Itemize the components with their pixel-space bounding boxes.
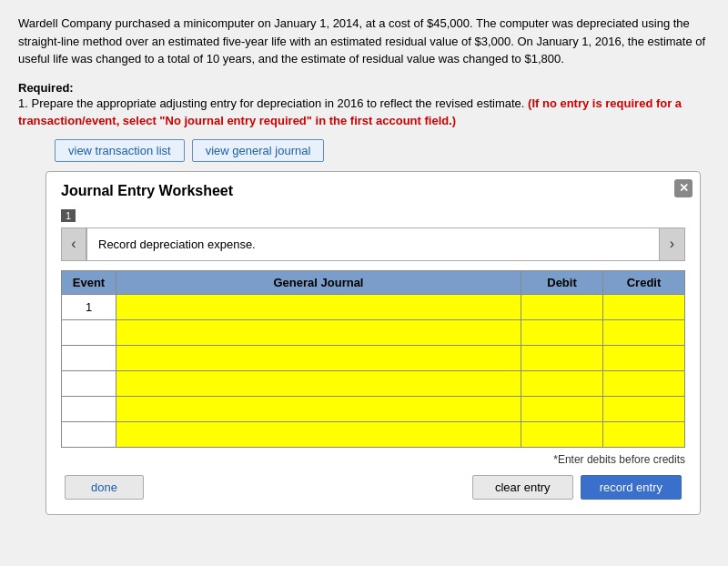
nav-area: ‹ Record depreciation expense. › xyxy=(61,227,685,261)
table-row xyxy=(62,319,685,345)
table-row xyxy=(62,345,685,370)
credit-cell[interactable] xyxy=(603,396,685,421)
prev-arrow[interactable]: ‹ xyxy=(61,227,86,261)
debit-cell[interactable] xyxy=(521,319,603,345)
view-transaction-btn[interactable]: view transaction list xyxy=(55,139,185,162)
table-row: 1 xyxy=(62,294,685,319)
problem-text: Wardell Company purchased a minicomputer… xyxy=(18,15,710,68)
credit-input[interactable] xyxy=(603,324,684,341)
journal-input[interactable] xyxy=(116,298,521,316)
next-arrow[interactable]: › xyxy=(660,227,685,261)
clear-entry-button[interactable]: clear entry xyxy=(472,475,573,500)
done-button[interactable]: done xyxy=(65,475,144,500)
worksheet-title: Journal Entry Worksheet xyxy=(61,183,685,199)
table-row xyxy=(62,370,685,396)
journal-cell[interactable] xyxy=(116,294,521,319)
table-row xyxy=(62,421,685,447)
col-credit: Credit xyxy=(603,270,685,294)
event-cell xyxy=(62,370,116,396)
item-number: 1. xyxy=(18,96,28,110)
action-row: done clear entry record entry xyxy=(61,475,685,500)
event-cell xyxy=(62,396,116,421)
debit-input[interactable] xyxy=(521,349,602,367)
journal-input[interactable] xyxy=(116,400,521,418)
credit-input[interactable] xyxy=(603,298,684,316)
journal-cell[interactable] xyxy=(116,319,521,345)
credit-input[interactable] xyxy=(603,400,684,418)
enter-note: *Enter debits before credits xyxy=(61,453,685,466)
table-row xyxy=(62,396,685,421)
credit-input[interactable] xyxy=(603,349,684,367)
col-general-journal: General Journal xyxy=(116,270,521,294)
required-title: Required: xyxy=(18,81,710,95)
debit-input[interactable] xyxy=(521,426,602,443)
credit-input[interactable] xyxy=(603,426,684,443)
credit-cell[interactable] xyxy=(603,294,685,319)
credit-cell[interactable] xyxy=(603,421,685,447)
description-box: Record depreciation expense. xyxy=(86,227,660,261)
event-cell xyxy=(62,421,116,447)
journal-input[interactable] xyxy=(116,349,521,367)
event-cell xyxy=(62,319,116,345)
debit-cell[interactable] xyxy=(521,370,603,396)
item-text: Prepare the appropriate adjusting entry … xyxy=(31,96,524,110)
event-cell xyxy=(62,345,116,370)
credit-cell[interactable] xyxy=(603,345,685,370)
required-item: 1. Prepare the appropriate adjusting ent… xyxy=(18,95,710,130)
journal-cell[interactable] xyxy=(116,345,521,370)
close-button[interactable]: ✕ xyxy=(674,179,693,197)
col-debit: Debit xyxy=(521,270,603,294)
debit-input[interactable] xyxy=(521,324,602,341)
credit-cell[interactable] xyxy=(603,319,685,345)
debit-cell[interactable] xyxy=(521,396,603,421)
journal-input[interactable] xyxy=(116,426,521,443)
step-badge: 1 xyxy=(61,209,76,222)
worksheet-panel: ✕ Journal Entry Worksheet 1 ‹ Record dep… xyxy=(46,171,701,515)
col-event: Event xyxy=(62,270,116,294)
journal-cell[interactable] xyxy=(116,396,521,421)
journal-cell[interactable] xyxy=(116,421,521,447)
debit-cell[interactable] xyxy=(521,421,603,447)
debit-input[interactable] xyxy=(521,298,602,316)
journal-table: Event General Journal Debit Credit 1 xyxy=(61,270,685,448)
journal-cell[interactable] xyxy=(116,370,521,396)
record-entry-button[interactable]: record entry xyxy=(581,475,682,500)
journal-input[interactable] xyxy=(116,375,521,392)
journal-input[interactable] xyxy=(116,324,521,341)
view-journal-btn[interactable]: view general journal xyxy=(192,139,325,162)
debit-cell[interactable] xyxy=(521,294,603,319)
credit-cell[interactable] xyxy=(603,370,685,396)
event-cell: 1 xyxy=(62,294,116,319)
debit-input[interactable] xyxy=(521,375,602,392)
debit-input[interactable] xyxy=(521,400,602,418)
debit-cell[interactable] xyxy=(521,345,603,370)
credit-input[interactable] xyxy=(603,375,684,392)
